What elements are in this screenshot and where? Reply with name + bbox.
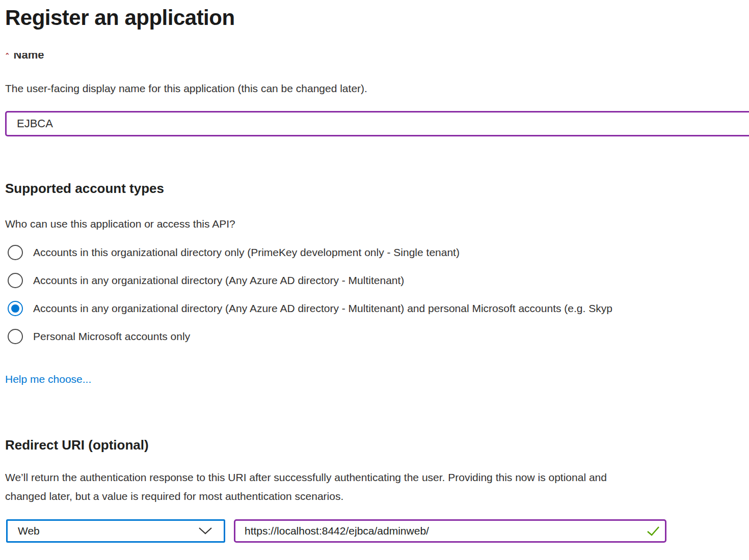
account-type-option-label: Accounts in any organizational directory…: [33, 302, 612, 315]
page-title: Register an application: [5, 4, 749, 32]
account-type-option[interactable]: Personal Microsoft accounts only: [8, 328, 749, 345]
redirect-uri-description-line2: changed later, but a value is required f…: [5, 487, 749, 506]
account-type-option-label: Personal Microsoft accounts only: [33, 330, 190, 343]
app-name-input[interactable]: [5, 111, 749, 136]
account-types-question: Who can use this application or access t…: [5, 217, 749, 231]
account-type-option[interactable]: Accounts in any organizational directory…: [8, 272, 749, 289]
help-me-choose-link[interactable]: Help me choose...: [5, 373, 91, 385]
account-type-option-label: Accounts in this organizational director…: [33, 246, 460, 259]
required-asterisk: *: [5, 53, 10, 61]
name-field-label-clipped: *Name: [5, 53, 749, 65]
radio-button-icon[interactable]: [8, 273, 23, 288]
supported-account-types-heading: Supported account types: [5, 180, 749, 197]
valid-checkmark-icon: [647, 525, 660, 539]
radio-button-icon[interactable]: [8, 301, 23, 316]
radio-button-icon[interactable]: [8, 245, 23, 260]
account-type-option[interactable]: Accounts in any organizational directory…: [8, 300, 749, 317]
redirect-uri-field-wrap: [234, 519, 666, 543]
name-label-text: Name: [14, 53, 44, 61]
account-type-option[interactable]: Accounts in this organizational director…: [8, 244, 749, 261]
name-field-label: *Name: [5, 53, 749, 64]
name-field-description: The user-facing display name for this ap…: [5, 81, 749, 95]
account-type-radio-group: Accounts in this organizational director…: [8, 244, 749, 345]
redirect-uri-input[interactable]: [234, 519, 666, 543]
platform-select[interactable]: Web: [6, 519, 225, 543]
redirect-uri-description: We’ll return the authentication response…: [5, 468, 749, 506]
account-type-option-label: Accounts in any organizational directory…: [33, 274, 404, 287]
redirect-uri-controls: Web: [6, 519, 749, 543]
radio-button-icon[interactable]: [8, 329, 23, 344]
redirect-uri-description-line1: We’ll return the authentication response…: [5, 468, 749, 487]
chevron-down-icon: [198, 525, 212, 537]
platform-select-value: Web: [18, 525, 40, 537]
redirect-uri-heading: Redirect URI (optional): [5, 436, 749, 454]
